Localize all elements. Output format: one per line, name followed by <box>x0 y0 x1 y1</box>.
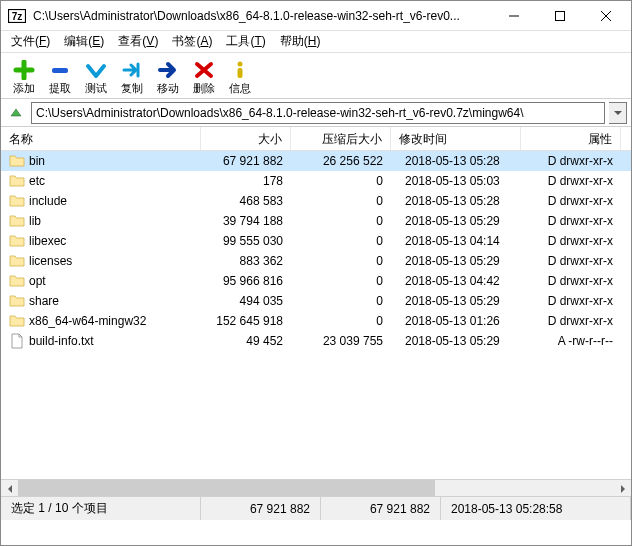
copy-icon <box>120 59 144 81</box>
up-button[interactable] <box>5 102 27 124</box>
list-item[interactable]: include468 58302018-05-13 05:28D drwxr-x… <box>1 191 631 211</box>
menu-a[interactable]: 书签(A) <box>166 31 218 52</box>
toolbar-extract-button[interactable]: 提取 <box>43 59 77 95</box>
cell-attr: D drwxr-xr-x <box>521 274 621 288</box>
close-button[interactable] <box>583 1 629 31</box>
cell-date: 2018-05-13 05:29 <box>391 254 521 268</box>
menu-e[interactable]: 编辑(E) <box>58 31 110 52</box>
col-packed[interactable]: 压缩后大小 <box>291 127 391 150</box>
horizontal-scrollbar[interactable] <box>1 479 631 496</box>
scroll-right-button[interactable] <box>614 480 631 496</box>
menu-t[interactable]: 工具(T) <box>220 31 271 52</box>
app-icon: 7z <box>7 8 27 24</box>
cell-name: bin <box>1 153 201 169</box>
list-item[interactable]: bin67 921 88226 256 5222018-05-13 05:28D… <box>1 151 631 171</box>
cell-size: 178 <box>201 174 291 188</box>
cell-name: etc <box>1 173 201 189</box>
scroll-thumb[interactable] <box>18 480 435 496</box>
list-item[interactable]: opt95 966 81602018-05-13 04:42D drwxr-xr… <box>1 271 631 291</box>
test-icon <box>84 59 108 81</box>
scroll-track[interactable] <box>18 480 614 496</box>
cell-packed: 26 256 522 <box>291 154 391 168</box>
toolbar-copy-button[interactable]: 复制 <box>115 59 149 95</box>
toolbar-add-button[interactable]: 添加 <box>7 59 41 95</box>
cell-name: x86_64-w64-mingw32 <box>1 313 201 329</box>
cell-packed: 0 <box>291 314 391 328</box>
cell-attr: D drwxr-xr-x <box>521 154 621 168</box>
toolbar-test-button[interactable]: 测试 <box>79 59 113 95</box>
cell-date: 2018-05-13 05:29 <box>391 214 521 228</box>
cell-date: 2018-05-13 05:28 <box>391 154 521 168</box>
cell-name: licenses <box>1 253 201 269</box>
cell-size: 49 452 <box>201 334 291 348</box>
cell-size: 883 362 <box>201 254 291 268</box>
list-item[interactable]: lib39 794 18802018-05-13 05:29D drwxr-xr… <box>1 211 631 231</box>
delete-icon <box>192 59 216 81</box>
svg-rect-9 <box>238 68 243 78</box>
status-packed: 67 921 882 <box>321 497 441 520</box>
cell-attr: D drwxr-xr-x <box>521 294 621 308</box>
cell-packed: 0 <box>291 174 391 188</box>
cell-name: share <box>1 293 201 309</box>
info-icon <box>228 59 252 81</box>
cell-attr: A -rw-r--r-- <box>521 334 621 348</box>
list-item[interactable]: build-info.txt49 45223 039 7552018-05-13… <box>1 331 631 351</box>
col-attr[interactable]: 属性 <box>521 127 621 150</box>
file-list: 名称 大小 压缩后大小 修改时间 属性 bin67 921 88226 256 … <box>1 127 631 496</box>
svg-point-8 <box>238 61 243 66</box>
cell-packed: 0 <box>291 294 391 308</box>
extract-icon <box>48 59 72 81</box>
cell-date: 2018-05-13 04:42 <box>391 274 521 288</box>
list-item[interactable]: etc17802018-05-13 05:03D drwxr-xr-x <box>1 171 631 191</box>
menu-v[interactable]: 查看(V) <box>112 31 164 52</box>
cell-date: 2018-05-13 05:28 <box>391 194 521 208</box>
cell-name: libexec <box>1 233 201 249</box>
path-dropdown[interactable] <box>609 102 627 124</box>
list-item[interactable]: share494 03502018-05-13 05:29D drwxr-xr-… <box>1 291 631 311</box>
cell-attr: D drwxr-xr-x <box>521 214 621 228</box>
col-size[interactable]: 大小 <box>201 127 291 150</box>
col-date[interactable]: 修改时间 <box>391 127 521 150</box>
titlebar: 7z C:\Users\Administrator\Downloads\x86_… <box>1 1 631 31</box>
list-item[interactable]: licenses883 36202018-05-13 05:29D drwxr-… <box>1 251 631 271</box>
window-title: C:\Users\Administrator\Downloads\x86_64-… <box>33 9 491 23</box>
menu-f[interactable]: 文件(F) <box>5 31 56 52</box>
list-header: 名称 大小 压缩后大小 修改时间 属性 <box>1 127 631 151</box>
cell-attr: D drwxr-xr-x <box>521 314 621 328</box>
list-item[interactable]: x86_64-w64-mingw32152 645 91802018-05-13… <box>1 311 631 331</box>
path-input[interactable] <box>31 102 605 124</box>
cell-date: 2018-05-13 01:26 <box>391 314 521 328</box>
list-body[interactable]: bin67 921 88226 256 5222018-05-13 05:28D… <box>1 151 631 479</box>
cell-date: 2018-05-13 04:14 <box>391 234 521 248</box>
cell-date: 2018-05-13 05:29 <box>391 334 521 348</box>
cell-attr: D drwxr-xr-x <box>521 234 621 248</box>
cell-date: 2018-05-13 05:03 <box>391 174 521 188</box>
maximize-button[interactable] <box>537 1 583 31</box>
cell-date: 2018-05-13 05:29 <box>391 294 521 308</box>
toolbar-move-button[interactable]: 移动 <box>151 59 185 95</box>
minimize-button[interactable] <box>491 1 537 31</box>
cell-size: 95 966 816 <box>201 274 291 288</box>
status-date: 2018-05-13 05:28:58 <box>441 497 631 520</box>
cell-packed: 0 <box>291 194 391 208</box>
cell-size: 99 555 030 <box>201 234 291 248</box>
cell-name: include <box>1 193 201 209</box>
col-name[interactable]: 名称 <box>1 127 201 150</box>
status-selection: 选定 1 / 10 个项目 <box>1 497 201 520</box>
toolbar: 添加提取测试复制移动删除信息 <box>1 53 631 99</box>
cell-packed: 0 <box>291 274 391 288</box>
svg-text:7z: 7z <box>12 11 23 22</box>
window-buttons <box>491 1 629 31</box>
scroll-left-button[interactable] <box>1 480 18 496</box>
cell-attr: D drwxr-xr-x <box>521 174 621 188</box>
toolbar-delete-button[interactable]: 删除 <box>187 59 221 95</box>
svg-rect-7 <box>52 68 68 73</box>
menu-h[interactable]: 帮助(H) <box>274 31 327 52</box>
cell-size: 67 921 882 <box>201 154 291 168</box>
toolbar-info-button[interactable]: 信息 <box>223 59 257 95</box>
cell-name: lib <box>1 213 201 229</box>
cell-size: 468 583 <box>201 194 291 208</box>
svg-rect-4 <box>556 11 565 20</box>
statusbar: 选定 1 / 10 个项目 67 921 882 67 921 882 2018… <box>1 496 631 520</box>
list-item[interactable]: libexec99 555 03002018-05-13 04:14D drwx… <box>1 231 631 251</box>
